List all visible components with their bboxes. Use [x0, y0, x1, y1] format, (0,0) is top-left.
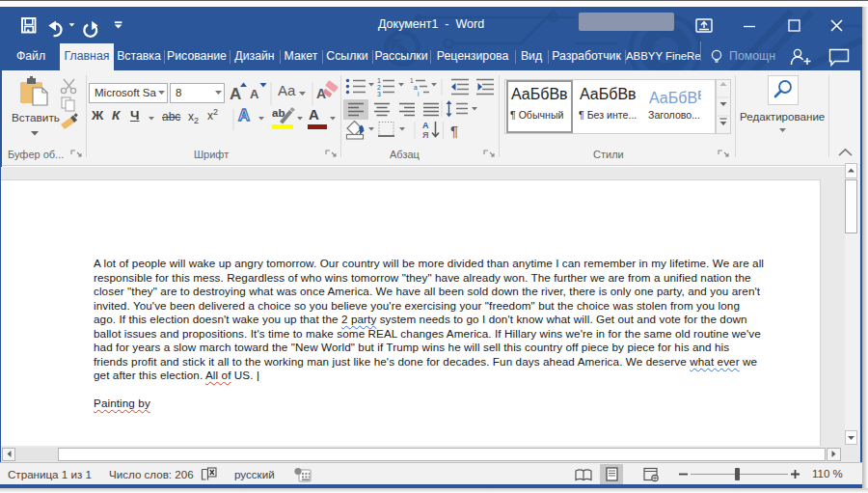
svg-text:a: a: [414, 84, 418, 91]
svg-text:A: A: [250, 87, 259, 101]
svg-text:1: 1: [410, 77, 414, 84]
svg-text:Я: Я: [422, 130, 428, 140]
svg-text:¶: ¶: [450, 123, 458, 139]
svg-text:А: А: [422, 121, 429, 130]
svg-text:1: 1: [377, 77, 381, 84]
svg-text:2: 2: [377, 84, 381, 91]
svg-text:3: 3: [377, 91, 381, 97]
svg-text:A: A: [230, 85, 241, 103]
svg-text:i: i: [418, 91, 419, 97]
